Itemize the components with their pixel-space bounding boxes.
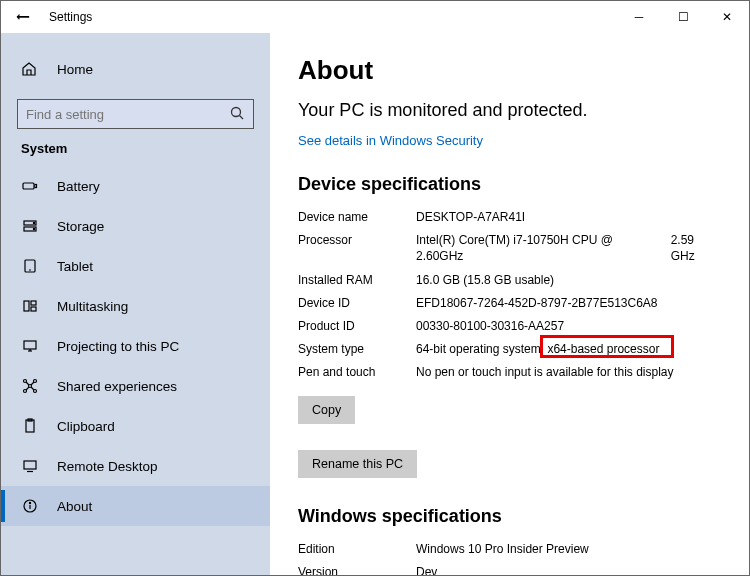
back-button[interactable]: 🠔 <box>11 9 35 25</box>
close-button[interactable]: ✕ <box>705 1 749 33</box>
sidebar-item-label: Multitasking <box>57 299 128 314</box>
status-text: Your PC is monitored and protected. <box>298 100 721 121</box>
spec-key: Version <box>298 564 416 575</box>
sidebar-item-label: Remote Desktop <box>57 459 158 474</box>
spec-value: EFD18067-7264-452D-8797-2B77E513C6A8 <box>416 295 721 311</box>
clipboard-icon <box>21 418 39 434</box>
about-icon <box>21 498 39 514</box>
sidebar-item-tablet[interactable]: Tablet <box>1 246 270 286</box>
svg-line-22 <box>31 382 34 385</box>
window-title: Settings <box>49 10 617 24</box>
search-field[interactable] <box>26 107 229 122</box>
win-spec-table: EditionWindows 10 Pro Insider Preview Ve… <box>298 541 721 576</box>
rename-button[interactable]: Rename this PC <box>298 450 417 478</box>
sidebar-item-remote[interactable]: Remote Desktop <box>1 446 270 486</box>
svg-rect-2 <box>23 183 34 189</box>
security-link[interactable]: See details in Windows Security <box>298 133 483 148</box>
sidebar-item-label: Tablet <box>57 259 93 274</box>
sidebar-item-shared[interactable]: Shared experiences <box>1 366 270 406</box>
svg-rect-11 <box>31 301 36 305</box>
search-icon <box>229 105 245 124</box>
device-spec-table: Device nameDESKTOP-A7AR41I ProcessorInte… <box>298 209 721 381</box>
sidebar-item-label: Storage <box>57 219 104 234</box>
svg-line-23 <box>26 387 29 390</box>
maximize-button[interactable]: ☐ <box>661 1 705 33</box>
search-input[interactable] <box>17 99 254 129</box>
svg-rect-25 <box>26 420 34 432</box>
sidebar-section: System <box>21 141 270 156</box>
spec-value: Dev <box>416 564 721 575</box>
spec-key: Device name <box>298 209 416 225</box>
spec-key: Edition <box>298 541 416 557</box>
sidebar: Home System Battery Storage <box>1 33 270 575</box>
spec-key: Installed RAM <box>298 272 416 288</box>
svg-rect-27 <box>24 461 36 469</box>
svg-line-1 <box>240 115 244 119</box>
titlebar: 🠔 Settings ─ ☐ ✕ <box>1 1 749 33</box>
copy-button[interactable]: Copy <box>298 396 355 424</box>
spec-value: 64-bit operating system, x64-based proce… <box>416 341 721 357</box>
sidebar-item-projecting[interactable]: Projecting to this PC <box>1 326 270 366</box>
spec-key: Pen and touch <box>298 364 416 380</box>
battery-icon <box>21 178 39 194</box>
win-spec-title: Windows specifications <box>298 506 721 527</box>
tablet-icon <box>21 258 39 274</box>
svg-rect-12 <box>31 307 36 311</box>
sidebar-item-about[interactable]: About <box>1 486 270 526</box>
sidebar-item-clipboard[interactable]: Clipboard <box>1 406 270 446</box>
shared-icon <box>21 378 39 394</box>
page-title: About <box>298 55 721 86</box>
sidebar-item-storage[interactable]: Storage <box>1 206 270 246</box>
sidebar-item-multitasking[interactable]: Multitasking <box>1 286 270 326</box>
svg-point-6 <box>33 222 34 223</box>
storage-icon <box>21 218 39 234</box>
spec-value: 16.0 GB (15.8 GB usable) <box>416 272 721 288</box>
sidebar-item-label: About <box>57 499 92 514</box>
spec-key: Processor <box>298 232 416 264</box>
sidebar-item-label: Projecting to this PC <box>57 339 179 354</box>
spec-value: Windows 10 Pro Insider Preview <box>416 541 721 557</box>
spec-value: Intel(R) Core(TM) i7-10750H CPU @ 2.60GH… <box>416 232 721 264</box>
spec-key: Device ID <box>298 295 416 311</box>
spec-value: No pen or touch input is available for t… <box>416 364 721 380</box>
svg-point-0 <box>232 107 241 116</box>
remote-icon <box>21 458 39 474</box>
sidebar-home[interactable]: Home <box>1 51 270 87</box>
svg-point-7 <box>33 228 34 229</box>
svg-point-31 <box>29 502 30 503</box>
svg-line-21 <box>26 382 29 385</box>
home-icon <box>21 61 39 77</box>
sidebar-item-battery[interactable]: Battery <box>1 166 270 206</box>
sidebar-item-label: Battery <box>57 179 100 194</box>
svg-rect-3 <box>35 185 37 188</box>
spec-key: Product ID <box>298 318 416 334</box>
spec-value: DESKTOP-A7AR41I <box>416 209 721 225</box>
svg-rect-13 <box>24 341 36 349</box>
svg-line-24 <box>31 387 34 390</box>
spec-key: System type <box>298 341 416 357</box>
multitasking-icon <box>21 298 39 314</box>
content-area: About Your PC is monitored and protected… <box>270 33 749 575</box>
spec-value: 00330-80100-30316-AA257 <box>416 318 721 334</box>
sidebar-item-label: Clipboard <box>57 419 115 434</box>
minimize-button[interactable]: ─ <box>617 1 661 33</box>
svg-rect-10 <box>24 301 29 311</box>
sidebar-item-label: Shared experiences <box>57 379 177 394</box>
projecting-icon <box>21 338 39 354</box>
device-spec-title: Device specifications <box>298 174 721 195</box>
sidebar-home-label: Home <box>57 62 93 77</box>
